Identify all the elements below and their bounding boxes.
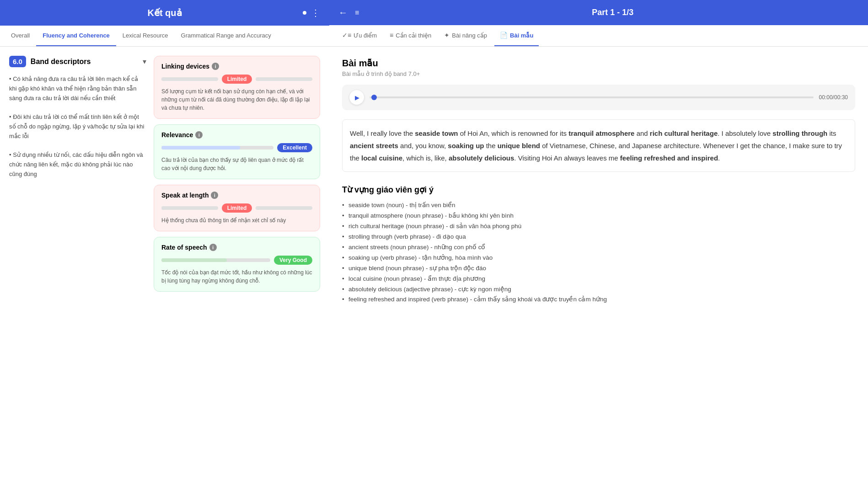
bold-tranquil: tranquil atmosphere	[568, 129, 634, 137]
right-content: Bài mẫu Bài mẫu ở trình độ band 7.0+ ▶ 0…	[329, 47, 868, 481]
left-header: Kết quả ⋮	[0, 0, 329, 26]
speak-badge: Limited	[222, 203, 252, 213]
play-icon: ▶	[355, 94, 359, 101]
tab-sample[interactable]: 📄 Bài mẫu	[494, 25, 539, 46]
metric-rate-speech: Rate of speech i Very Good Tốc độ nói củ…	[154, 237, 320, 292]
vocab-title: Từ vựng giáo viên gợi ý	[342, 185, 855, 195]
back-button[interactable]: ←	[338, 7, 348, 18]
tab-overall[interactable]: Overall	[5, 26, 36, 46]
linking-bar-right	[256, 77, 312, 81]
relevance-progress-bar	[161, 146, 273, 150]
info-icon-relevance[interactable]: i	[195, 131, 203, 139]
linking-progress-row: Limited	[161, 75, 312, 84]
band-description: • Có khả năng đưa ra câu trả lời liên mạ…	[9, 75, 146, 179]
rate-badge: Very Good	[274, 256, 312, 265]
band-label: Band descriptors	[31, 58, 91, 66]
band-section: 6.0 Band descriptors ▾ • Có khả năng đưa…	[9, 56, 146, 472]
upgrade-icon: ✦	[444, 32, 450, 39]
bold-seaside-town: seaside town	[415, 129, 458, 137]
speak-desc: Hệ thống chưa đủ thông tin để nhận xét c…	[161, 216, 312, 224]
linking-desc: Số lượng cụm từ kết nối bạn sử dụng còn …	[161, 87, 312, 112]
vocab-item: absolutely delicious (adjective phrase) …	[342, 284, 855, 295]
audio-position-dot	[371, 95, 377, 100]
vocab-item: feeling refreshed and inspired (verb phr…	[342, 294, 855, 305]
left-tabs: Overall Fluency and Coherence Lexical Re…	[0, 26, 329, 47]
relevance-badge: Excellent	[277, 143, 312, 152]
advantages-icon: ✓≡	[342, 32, 351, 39]
metric-rate-speech-title: Rate of speech i	[161, 244, 312, 251]
metrics-section: Linking devices i Limited Số lượng cụm t…	[154, 56, 320, 472]
play-button[interactable]: ▶	[349, 90, 364, 105]
metric-relevance: Relevance i Excellent Câu trả lời của bạ…	[154, 124, 320, 179]
bold-streets: ancient streets	[350, 142, 398, 150]
speak-progress-bar	[161, 206, 218, 210]
sample-subtitle: Bài mẫu ở trình độ band 7.0+	[342, 70, 855, 77]
speak-fill	[161, 206, 170, 210]
metric-relevance-title: Relevance i	[161, 131, 312, 139]
filter-icon[interactable]: ≡	[355, 9, 359, 17]
vocab-item: seaside town (noun) - thị trấn ven biển	[342, 200, 855, 211]
header-dot	[303, 11, 306, 15]
sample-text: Well, I really love the seaside town of …	[342, 119, 855, 172]
metric-linking-title: Linking devices i	[161, 63, 312, 70]
linking-progress-bar	[161, 77, 218, 81]
linking-fill	[161, 77, 170, 81]
vocab-item: strolling through (verb phrase) - đi dạo…	[342, 232, 855, 242]
tab-upgrade[interactable]: ✦ Bài nâng cấp	[439, 25, 493, 46]
audio-progress-bar[interactable]	[370, 96, 814, 98]
menu-icon[interactable]: ⋮	[311, 7, 320, 18]
vocab-item: soaking up (verb phrase) - tận hưởng, hò…	[342, 253, 855, 263]
relevance-desc: Câu trả lời của bạn cho thấy sự độ liên …	[161, 156, 312, 172]
bold-soaking: soaking up	[448, 142, 484, 150]
vocab-item: rich cultural heritage (noun phrase) - d…	[342, 221, 855, 232]
tab-improve[interactable]: ≡ Cần cải thiện	[384, 25, 437, 46]
bold-delicious: absolutely delicious	[449, 154, 514, 162]
band-header: 6.0 Band descriptors ▾	[9, 56, 146, 67]
info-icon-speak[interactable]: i	[211, 192, 218, 199]
sample-title: Bài mẫu	[342, 58, 855, 69]
bold-cuisine: local cuisine	[361, 154, 402, 162]
vocab-item: ancient streets (noun phrase) - những co…	[342, 242, 855, 253]
bold-strolling: strolling through	[772, 129, 827, 137]
metric-speak-length: Speak at length i Limited Hệ thống chưa …	[154, 185, 320, 231]
right-panel: ← ≡ Part 1 - 1/3 ✓≡ Ưu điểm ≡ Cần cải th…	[329, 0, 868, 481]
tab-lexical[interactable]: Lexical Resource	[116, 26, 175, 46]
relevance-progress-row: Excellent	[161, 143, 312, 152]
vocab-item: unique blend (noun phrase) - sự pha trộn…	[342, 263, 855, 274]
bold-heritage: rich cultural heritage	[650, 129, 718, 137]
right-tabs: ✓≡ Ưu điểm ≡ Cần cải thiện ✦ Bài nâng cấ…	[329, 25, 868, 47]
speak-progress-row: Limited	[161, 203, 312, 213]
sample-icon: 📄	[500, 32, 508, 39]
vocab-item: tranquil atmosphere (noun phrase) - bầu …	[342, 211, 855, 221]
right-header: ← ≡ Part 1 - 1/3	[329, 0, 868, 25]
relevance-fill	[161, 146, 240, 150]
audio-player: ▶ 00:00/00:30	[342, 85, 855, 110]
bold-refreshed: feeling refreshed and inspired	[620, 154, 718, 162]
rate-progress-bar	[161, 258, 270, 262]
rate-progress-row: Very Good	[161, 256, 312, 265]
vocab-list: seaside town (noun) - thị trấn ven biển …	[342, 200, 855, 305]
left-panel: Kết quả ⋮ Overall Fluency and Coherence …	[0, 0, 329, 481]
rate-fill	[161, 258, 227, 262]
right-panel-title: Part 1 - 1/3	[366, 8, 859, 17]
band-score: 6.0	[9, 56, 26, 67]
info-icon-linking[interactable]: i	[212, 63, 219, 70]
vocab-item: local cuisine (noun phrase) - ẩm thực đị…	[342, 274, 855, 284]
linking-badge: Limited	[222, 75, 252, 84]
audio-time: 00:00/00:30	[819, 94, 848, 101]
bold-blend: unique blend	[498, 142, 540, 150]
tab-advantages[interactable]: ✓≡ Ưu điểm	[337, 25, 382, 46]
tab-grammatical[interactable]: Grammatical Range and Accuracy	[175, 26, 278, 46]
dropdown-icon[interactable]: ▾	[143, 57, 146, 66]
left-content: 6.0 Band descriptors ▾ • Có khả năng đưa…	[0, 47, 329, 481]
rate-desc: Tốc độ nói của bạn đạt mức tốt, hầu như …	[161, 268, 312, 285]
left-panel-title: Kết quả	[147, 7, 182, 18]
info-icon-rate[interactable]: i	[209, 244, 217, 251]
tab-fluency[interactable]: Fluency and Coherence	[36, 26, 116, 46]
metric-linking: Linking devices i Limited Số lượng cụm t…	[154, 56, 320, 119]
speak-bar-right	[256, 206, 312, 210]
metric-speak-length-title: Speak at length i	[161, 192, 312, 199]
improve-icon: ≡	[390, 32, 393, 39]
